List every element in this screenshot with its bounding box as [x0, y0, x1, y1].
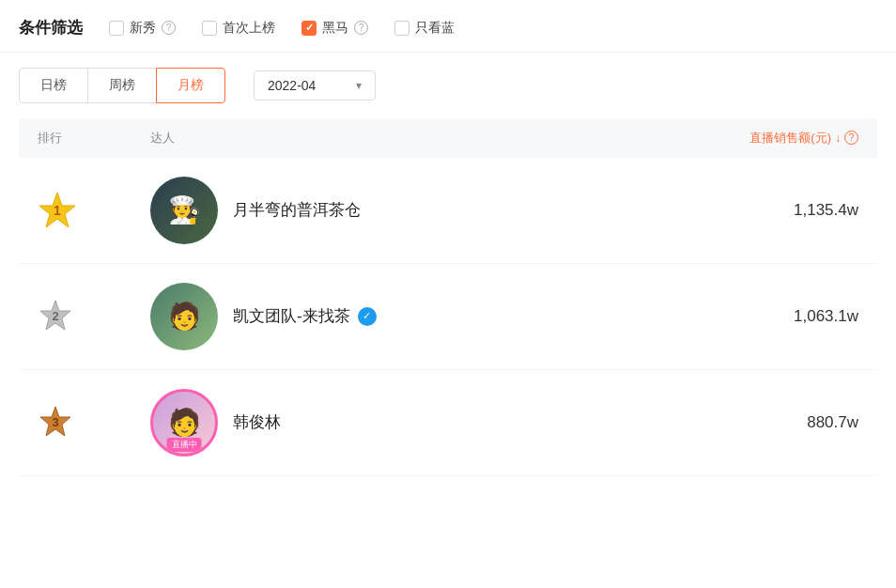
filter-onlylook-label: 只看蓝 — [415, 20, 455, 37]
filter-heima-label: 黑马 — [322, 20, 348, 37]
help-icon-heima[interactable]: ? — [354, 21, 368, 35]
filter-firsttime[interactable]: 首次上榜 — [202, 20, 275, 37]
sales-value-3: 880.7w — [652, 413, 858, 432]
col-rank-header: 排行 — [38, 130, 150, 147]
col-sales-header[interactable]: 直播销售额(元) ↓ ? — [652, 130, 858, 147]
table-header: 排行 达人 直播销售额(元) ↓ ? — [19, 118, 877, 158]
filter-heima[interactable]: 黑马 ? — [301, 20, 368, 37]
svg-text:2: 2 — [52, 309, 58, 323]
filter-xinxiu[interactable]: 新秀 ? — [109, 20, 176, 37]
filter-xinxiu-label: 新秀 — [130, 20, 156, 37]
sales-value-2: 1,063.1w — [652, 307, 858, 326]
help-icon-sales[interactable]: ? — [844, 131, 858, 145]
avatar-1: 🧑‍🍳 — [150, 177, 218, 244]
filter-firsttime-label: 首次上榜 — [223, 20, 275, 37]
avatar-2-emoji: 🧑 — [168, 301, 201, 332]
chevron-down-icon: ▾ — [356, 79, 362, 92]
bronze-medal-icon: 3 — [38, 405, 73, 441]
talent-info-3: 韩俊林 — [233, 411, 652, 433]
talent-name-3: 韩俊林 — [233, 411, 281, 433]
filter-bar: 条件筛选 新秀 ? 首次上榜 黑马 ? 只看蓝 — [0, 0, 896, 53]
checkbox-heima[interactable] — [301, 21, 317, 36]
tab-row: 日榜 周榜 月榜 2022-04 ▾ — [0, 53, 896, 103]
live-tag: 直播中 — [167, 438, 202, 452]
avatar-2: 🧑 — [150, 283, 218, 350]
talent-name-1: 月半弯的普洱茶仓 — [233, 199, 361, 221]
filter-onlylook[interactable]: 只看蓝 — [394, 20, 455, 37]
tab-daily[interactable]: 日榜 — [19, 68, 88, 103]
tab-monthly[interactable]: 月榜 — [156, 68, 225, 103]
talent-info-1: 月半弯的普洱茶仓 — [233, 199, 652, 221]
avatar-1-emoji: 🧑‍🍳 — [168, 194, 201, 225]
silver-medal-icon: 2 — [38, 299, 73, 334]
checkbox-firsttime[interactable] — [202, 21, 217, 36]
filter-title: 条件筛选 — [19, 17, 83, 39]
avatar-3: 🧑 直播中 — [150, 389, 218, 456]
talent-name-2: 凯文团队-来找茶 — [233, 305, 350, 327]
table-row: 1 🧑‍🍳 月半弯的普洱茶仓 1,135.4w — [19, 158, 877, 264]
date-selector[interactable]: 2022-04 ▾ — [254, 70, 376, 101]
help-icon-xinxiu[interactable]: ? — [162, 21, 176, 35]
gold-medal-icon: 1 — [38, 191, 77, 230]
table-row: 2 🧑 凯文团队-来找茶 ✓ 1,063.1w — [19, 264, 877, 370]
svg-text:3: 3 — [52, 415, 58, 429]
verified-icon: ✓ — [358, 307, 377, 326]
checkbox-onlylook[interactable] — [394, 21, 409, 36]
sales-value-1: 1,135.4w — [652, 201, 858, 220]
date-value: 2022-04 — [268, 78, 316, 93]
table-body: 1 🧑‍🍳 月半弯的普洱茶仓 1,135.4w 2 🧑 凯文团队-来找茶 ✓ 1… — [19, 158, 877, 476]
rank-badge-1: 1 — [38, 191, 150, 230]
checkbox-xinxiu[interactable] — [109, 21, 124, 36]
svg-text:1: 1 — [54, 203, 61, 218]
rank-badge-3: 3 — [38, 405, 150, 441]
avatar-3-emoji: 🧑 — [168, 407, 201, 438]
table-row: 3 🧑 直播中 韩俊林 880.7w — [19, 370, 877, 476]
rank-badge-2: 2 — [38, 299, 150, 334]
col-talent-header: 达人 — [150, 130, 652, 147]
tab-weekly[interactable]: 周榜 — [87, 68, 157, 103]
col-sales-label: 直播销售额(元) — [749, 130, 831, 147]
sort-icon[interactable]: ↓ — [835, 132, 841, 145]
talent-info-2: 凯文团队-来找茶 ✓ — [233, 305, 652, 327]
